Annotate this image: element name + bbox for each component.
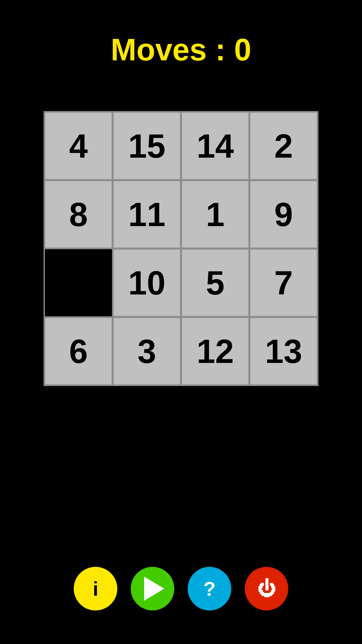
help-button[interactable]: ? bbox=[188, 567, 231, 610]
tile-11[interactable]: 7 bbox=[250, 249, 317, 316]
play-icon bbox=[141, 577, 164, 601]
tile-7[interactable]: 9 bbox=[250, 181, 317, 248]
tile-15[interactable]: 13 bbox=[250, 318, 317, 385]
tile-0[interactable]: 4 bbox=[45, 112, 112, 179]
tile-2[interactable]: 14 bbox=[182, 112, 249, 179]
tile-13[interactable]: 3 bbox=[113, 318, 180, 385]
tile-5[interactable]: 11 bbox=[113, 181, 180, 248]
tile-6[interactable]: 1 bbox=[182, 181, 249, 248]
tile-10[interactable]: 5 bbox=[182, 249, 249, 316]
tile-3[interactable]: 2 bbox=[250, 112, 317, 179]
tile-9[interactable]: 10 bbox=[113, 249, 180, 316]
help-icon: ? bbox=[203, 577, 216, 600]
puzzle-grid: 415142811191057631213 bbox=[44, 111, 318, 386]
bottom-buttons: i ? ⏻ bbox=[74, 567, 288, 610]
tile-12[interactable]: 6 bbox=[45, 318, 112, 385]
power-icon: ⏻ bbox=[257, 578, 276, 599]
tile-1[interactable]: 15 bbox=[113, 112, 180, 179]
moves-counter: Moves : 0 bbox=[0, 32, 362, 67]
play-button[interactable] bbox=[131, 567, 174, 610]
power-button[interactable]: ⏻ bbox=[245, 567, 288, 610]
info-button[interactable]: i bbox=[74, 567, 117, 610]
tile-4[interactable]: 8 bbox=[45, 181, 112, 248]
info-icon: i bbox=[93, 577, 99, 600]
tile-14[interactable]: 12 bbox=[182, 318, 249, 385]
tile-8 bbox=[45, 249, 112, 316]
